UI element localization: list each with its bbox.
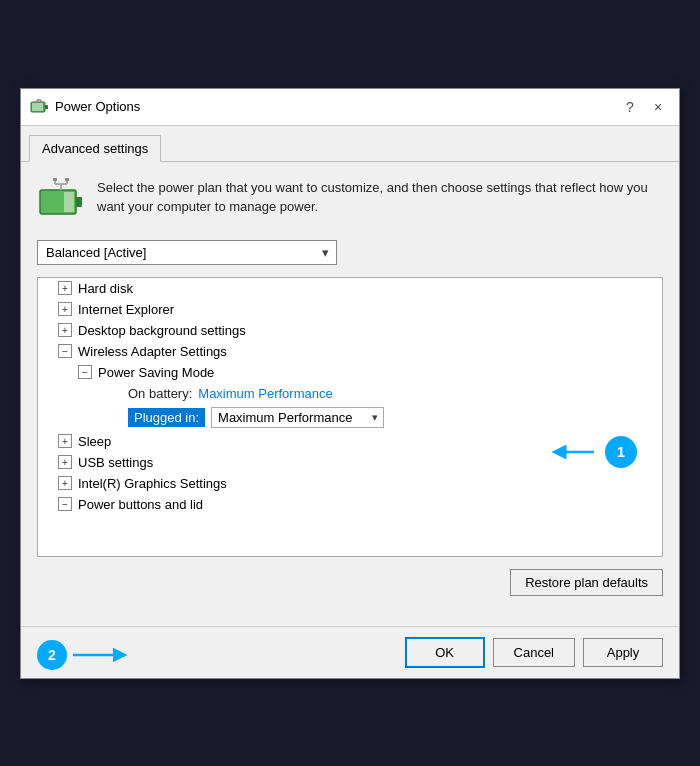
tree-item-wireless[interactable]: − Wireless Adapter Settings — [38, 341, 662, 362]
tree-label-power-buttons: Power buttons and lid — [78, 497, 203, 512]
svg-rect-15 — [65, 178, 69, 181]
svg-rect-1 — [45, 105, 48, 109]
annotation-1-group: 1 — [549, 432, 637, 472]
tab-bar: Advanced settings — [21, 126, 679, 162]
annotation-2-arrow — [73, 640, 133, 670]
expand-hard-disk[interactable]: + — [58, 281, 72, 295]
tree-label-hard-disk: Hard disk — [78, 281, 133, 296]
expand-power-saving[interactable]: − — [78, 365, 92, 379]
annotation-2-group: 2 — [37, 640, 133, 670]
svg-rect-2 — [32, 103, 43, 111]
tree-label-intel-graphics: Intel(R) Graphics Settings — [78, 476, 227, 491]
tree-label-usb: USB settings — [78, 455, 153, 470]
power-options-icon — [29, 97, 49, 117]
tree-item-intel-graphics[interactable]: + Intel(R) Graphics Settings — [38, 473, 662, 494]
restore-row: Restore plan defaults — [37, 569, 663, 596]
on-battery-label: On battery: — [128, 386, 192, 401]
plugged-in-select[interactable]: Maximum Performance Medium Performance L… — [211, 407, 384, 428]
on-battery-value[interactable]: Maximum Performance — [198, 386, 332, 401]
tree-item-desktop-bg[interactable]: + Desktop background settings — [38, 320, 662, 341]
tree-label-sleep: Sleep — [78, 434, 111, 449]
plugged-in-label: Plugged in: — [128, 408, 205, 427]
svg-rect-14 — [53, 178, 57, 181]
expand-internet-explorer[interactable]: + — [58, 302, 72, 316]
tree-item-power-saving[interactable]: − Power Saving Mode — [38, 362, 662, 383]
expand-wireless[interactable]: − — [58, 344, 72, 358]
intro-text: Select the power plan that you want to c… — [97, 178, 663, 217]
plan-dropdown-wrapper[interactable]: Balanced [Active] High performance Power… — [37, 240, 337, 265]
tree-label-internet-explorer: Internet Explorer — [78, 302, 174, 317]
expand-intel-graphics[interactable]: + — [58, 476, 72, 490]
help-button[interactable]: ? — [617, 95, 643, 119]
plugged-in-row: Plugged in: Maximum Performance Medium P… — [38, 404, 662, 431]
ok-button[interactable]: OK — [405, 637, 485, 668]
cancel-button[interactable]: Cancel — [493, 638, 575, 667]
tree-label-wireless: Wireless Adapter Settings — [78, 344, 227, 359]
title-button-group: ? × — [617, 95, 671, 119]
expand-desktop-bg[interactable]: + — [58, 323, 72, 337]
apply-button[interactable]: Apply — [583, 638, 663, 667]
tree-label-power-saving: Power Saving Mode — [98, 365, 214, 380]
title-bar: Power Options ? × — [21, 89, 679, 126]
settings-area: + Hard disk + Internet Explorer + Deskto… — [37, 277, 663, 557]
expand-power-buttons[interactable]: − — [58, 497, 72, 511]
annotation-badge-1: 1 — [605, 436, 637, 468]
tree-label-desktop-bg: Desktop background settings — [78, 323, 246, 338]
svg-rect-9 — [42, 192, 64, 212]
expand-sleep[interactable]: + — [58, 434, 72, 448]
dialog-content: Select the power plan that you want to c… — [21, 162, 679, 626]
tree-item-power-buttons[interactable]: − Power buttons and lid — [38, 494, 662, 515]
power-options-dialog: Power Options ? × Advanced settings — [20, 88, 680, 679]
annotation-1-arrow — [549, 432, 599, 472]
window-title: Power Options — [55, 99, 617, 114]
restore-plan-defaults-button[interactable]: Restore plan defaults — [510, 569, 663, 596]
plan-dropdown-row: Balanced [Active] High performance Power… — [37, 240, 663, 265]
annotation-badge-2: 2 — [37, 640, 67, 670]
dialog-footer: 2 OK Cancel Apply — [21, 626, 679, 678]
plan-dropdown[interactable]: Balanced [Active] High performance Power… — [37, 240, 337, 265]
intro-section: Select the power plan that you want to c… — [37, 178, 663, 226]
expand-usb[interactable]: + — [58, 455, 72, 469]
on-battery-row: On battery: Maximum Performance — [38, 383, 662, 404]
settings-tree[interactable]: + Hard disk + Internet Explorer + Deskto… — [37, 277, 663, 557]
battery-graphic-icon — [37, 178, 85, 226]
plugged-in-select-wrapper[interactable]: Maximum Performance Medium Performance L… — [211, 407, 384, 428]
svg-rect-7 — [76, 197, 82, 207]
tree-item-hard-disk[interactable]: + Hard disk — [38, 278, 662, 299]
tab-advanced-settings[interactable]: Advanced settings — [29, 135, 161, 162]
close-button[interactable]: × — [645, 95, 671, 119]
tree-item-internet-explorer[interactable]: + Internet Explorer — [38, 299, 662, 320]
